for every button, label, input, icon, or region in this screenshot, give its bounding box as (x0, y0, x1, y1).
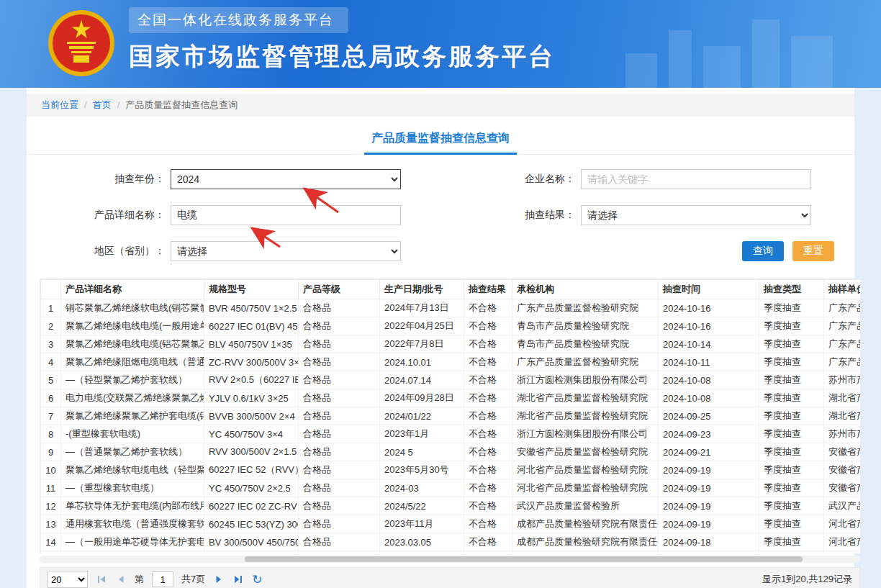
table-cell: —（普通聚氯乙烯护套软线） (61, 443, 204, 461)
table-cell: 季度抽查 (759, 371, 824, 389)
table-cell: 不合格 (464, 335, 512, 353)
table-cell: 60227 IEC 01(BV) 450/ (204, 317, 299, 335)
results-table-container: 产品详细名称规格型号产品等级生产日期/批号抽查结果承检机构抽查时间抽查类型抽样单… (40, 279, 860, 553)
table-cell: 电力电缆(交联聚乙烯绝缘聚氯乙烯护 (61, 389, 204, 407)
table-cell: 铜芯聚氯乙烯绝缘软电线(铜芯聚氯乙 (61, 299, 204, 317)
table-cell: 合格品 (299, 425, 380, 443)
table-cell: 9 (41, 443, 61, 461)
table-row[interactable]: 11—（重型橡套软电缆）YC 450/750V 2×2.5合格品2024-03不… (41, 479, 861, 497)
first-page-icon (96, 574, 107, 584)
table-cell: 安徽省产 (824, 461, 861, 479)
result-select[interactable]: 请选择 (581, 205, 811, 225)
table-cell: 2024-10-11 (659, 353, 759, 371)
tab-bar: 产品质量监督抽查信息查询 (27, 127, 854, 155)
page-number-input[interactable] (152, 571, 173, 587)
table-row[interactable]: 10聚氯乙烯绝缘软电缆电线（轻型聚氯乙60227 IEC 52（RVV）3合格品… (41, 461, 861, 479)
breadcrumb-home-link[interactable]: 首页 (93, 94, 112, 117)
table-row[interactable]: 12单芯软导体无护套电缆(内部布线用导60227 IEC 02 ZC-RV 30… (41, 497, 861, 515)
table-row[interactable]: 15 (41, 551, 861, 554)
table-cell: 季度抽查 (759, 335, 824, 353)
table-cell: 成都产品质量检验研究院有限责任公司 (512, 515, 659, 533)
page-content: 当前位置 / 首页 / 产品质量监督抽查信息查询 产品质量监督抽查信息查询 抽查… (27, 88, 854, 588)
table-row[interactable]: 13通用橡套软电缆（普通强度橡套软线）60245 IEC 53(YZ) 300/… (41, 515, 861, 533)
table-row[interactable]: 9—（普通聚氯乙烯护套软线）RVV 300/500V 2×1.5（合格品2024… (41, 443, 861, 461)
table-cell: 2022年04月25日 (380, 317, 464, 335)
table-cell: 不合格 (464, 461, 512, 479)
column-header: 抽样单位 (824, 280, 861, 299)
table-cell: 2024-03 (380, 479, 464, 497)
table-cell: 2024/01/22 (380, 407, 464, 425)
table-cell: 广东产品质量监督检验研究院 (512, 299, 659, 317)
results-table-header-row: 产品详细名称规格型号产品等级生产日期/批号抽查结果承检机构抽查时间抽查类型抽样单… (41, 280, 861, 299)
table-cell: 15 (41, 551, 61, 554)
table-cell: 2024/5/22 (380, 497, 464, 515)
table-cell: 2 (41, 317, 61, 335)
table-cell: 河北省产品质量监督检验研究院 (512, 479, 659, 497)
company-input[interactable] (581, 169, 811, 189)
column-header: 抽查类型 (759, 280, 824, 299)
reset-button[interactable]: 重置 (792, 241, 834, 261)
pagination-bar: 20 第 共7页 ↻ 显示1到20,共129记录 (40, 567, 860, 588)
table-row[interactable]: 14—（一般用途单芯硬导体无护套电缆）BV 300/500V 450/750V合… (41, 533, 861, 551)
table-cell: 2024-10-16 (659, 317, 759, 335)
year-select[interactable]: 2024 (171, 169, 401, 189)
table-row[interactable]: 3聚氯乙烯绝缘电线电缆(铝芯聚氯乙烯BLV 450/750V 1×35合格品20… (41, 335, 861, 353)
table-cell: 季度抽查 (759, 299, 824, 317)
table-row[interactable]: 6电力电缆(交联聚乙烯绝缘聚氯乙烯护YJLV 0.6/1kV 3×25合格品20… (41, 389, 861, 407)
horizontal-scrollbar-track[interactable] (40, 556, 860, 563)
search-button[interactable]: 查询 (742, 241, 784, 261)
table-cell: 合格品 (299, 299, 380, 317)
table-cell: 不合格 (464, 443, 512, 461)
table-cell: BVVB 300/500V 2×4 (204, 407, 299, 425)
table-cell: 2024-09-19 (659, 515, 759, 533)
next-page-button[interactable] (213, 574, 225, 585)
table-cell: 季度抽查 (759, 479, 824, 497)
table-cell: 2022年7月8日 (380, 335, 464, 353)
table-cell (299, 551, 380, 554)
table-cell: 13 (41, 515, 61, 533)
building-decoration (625, 53, 657, 88)
table-cell (659, 551, 759, 554)
table-cell: 2024-10-16 (659, 299, 759, 317)
table-cell: 2024-09-23 (659, 425, 759, 443)
table-cell: 合格品 (299, 389, 380, 407)
table-cell: 2024-09-18 (659, 533, 759, 551)
table-row[interactable]: 5—（轻型聚氯乙烯护套软线）RVV 2×0.5（60227 IEC合格品2024… (41, 371, 861, 389)
table-cell: ZC-RVV 300/500V 3×2 (204, 353, 299, 371)
table-cell: 季度抽查 (759, 407, 824, 425)
table-row[interactable]: 4聚氯乙烯绝缘阻燃电缆电线（普通聚氯ZC-RVV 300/500V 3×2合格品… (41, 353, 861, 371)
table-row[interactable]: 2聚氯乙烯绝缘电线电缆(一般用途单芯60227 IEC 01(BV) 450/合… (41, 317, 861, 335)
horizontal-scrollbar-thumb[interactable] (245, 556, 803, 562)
table-cell: 合格品 (299, 461, 380, 479)
company-label: 企业名称： (473, 173, 581, 186)
table-cell: 浙江方圆检测集团股份有限公司 (512, 371, 659, 389)
table-row[interactable]: 1铜芯聚氯乙烯绝缘软电线(铜芯聚氯乙BVR 450/750V 1×2.5合格品2… (41, 299, 861, 317)
page-size-select[interactable]: 20 (48, 571, 88, 588)
table-cell: BV 300/500V 450/750V (204, 533, 299, 551)
table-cell: 不合格 (464, 425, 512, 443)
table-cell: 8 (41, 425, 61, 443)
table-cell: 2023年1月 (380, 425, 464, 443)
table-cell: 2024年09月28日 (380, 389, 464, 407)
table-cell: 单芯软导体无护套电缆(内部布线用导 (61, 497, 204, 515)
last-page-button[interactable] (232, 574, 244, 585)
table-cell: 2024-10-08 (659, 389, 759, 407)
table-cell: 12 (41, 497, 61, 515)
table-cell: 聚氯乙烯绝缘聚氯乙烯护套电缆(铜芯 (61, 407, 204, 425)
building-decoration (669, 30, 692, 88)
refresh-icon[interactable]: ↻ (252, 574, 262, 586)
region-select[interactable]: 请选择 (171, 241, 401, 261)
previous-page-button[interactable] (115, 574, 127, 585)
table-row[interactable]: 7聚氯乙烯绝缘聚氯乙烯护套电缆(铜芯BVVB 300/500V 2×4合格品20… (41, 407, 861, 425)
table-cell: 不合格 (464, 389, 512, 407)
year-label: 抽查年份： (27, 173, 171, 186)
table-row[interactable]: 8-(重型橡套软电缆)YC 450/750V 3×4合格品2023年1月不合格浙… (41, 425, 861, 443)
table-cell: 聚氯乙烯绝缘电线电缆(一般用途单芯 (61, 317, 204, 335)
table-cell: 武汉产品 (824, 497, 861, 515)
first-page-button[interactable] (96, 574, 107, 585)
tab-product-quality-query[interactable]: 产品质量监督抽查信息查询 (364, 127, 517, 155)
table-cell: 合格品 (299, 353, 380, 371)
table-cell: 不合格 (464, 299, 512, 317)
table-cell: 聚氯乙烯绝缘电线电缆(铝芯聚氯乙烯 (61, 335, 204, 353)
product-name-input[interactable] (171, 205, 401, 225)
